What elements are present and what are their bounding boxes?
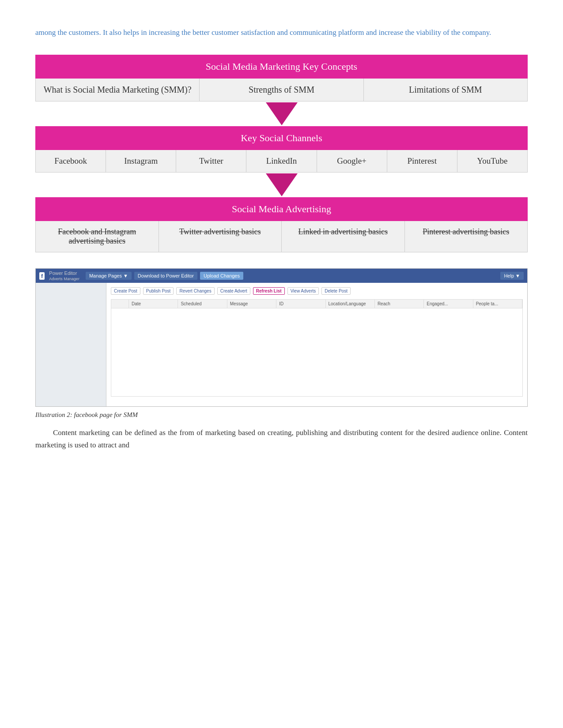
channel-facebook: Facebook (36, 150, 106, 172)
fb-main-area: Create Post Publish Post Revert Changes … (36, 283, 527, 406)
fb-table-header: Date Scheduled Message ID Location/Langu… (111, 299, 523, 308)
fb-brand-label: Power Editor Adverts Manager (49, 270, 79, 281)
fb-top-bar: f Power Editor Adverts Manager Manage Pa… (36, 269, 527, 283)
smm-cell-what: What is Social Media Marketing (SMM)? (36, 79, 200, 101)
smm-cell-strengths: Strengths of SMM (200, 79, 363, 101)
fb-upload-btn[interactable]: Upload Changes (200, 272, 243, 280)
channel-linkedin: LinkedIn (246, 150, 317, 172)
facebook-screenshot: f Power Editor Adverts Manager Manage Pa… (35, 268, 528, 407)
fb-col-location: Location/Language (326, 300, 375, 308)
arrow-2 (35, 173, 528, 197)
fb-content-area: Create Post Publish Post Revert Changes … (106, 283, 527, 406)
fb-manage-pages-btn[interactable]: Manage Pages ▼ (86, 272, 132, 280)
smm-diagram: Social Media Marketing Key Concepts What… (35, 55, 528, 252)
fb-download-btn[interactable]: Download to Power Editor (134, 272, 197, 280)
fb-col-id: ID (276, 300, 325, 308)
smm-concepts-section: Social Media Marketing Key Concepts What… (35, 55, 528, 101)
smm-cell-limitations: Limitations of SMM (364, 79, 527, 101)
arrow-down-icon-1 (266, 102, 298, 125)
channel-twitter: Twitter (176, 150, 246, 172)
body-paragraph: Content marketing can be defined as the … (35, 427, 528, 451)
fb-refresh-list-btn[interactable]: Refresh List (253, 287, 285, 295)
social-channels-row: Facebook Instagram Twitter LinkedIn Goog… (35, 150, 528, 173)
arrow-down-icon-2 (266, 173, 298, 196)
advertising-row: Facebook and Instagram advertising basic… (35, 221, 528, 252)
fb-col-message: Message (227, 300, 276, 308)
social-channels-section: Key Social Channels Facebook Instagram T… (35, 126, 528, 173)
fb-view-adverts-btn[interactable]: View Adverts (287, 287, 319, 295)
illustration-caption: Illustration 2: facebook page for SMM (35, 411, 528, 419)
facebook-logo-icon: f (39, 272, 45, 280)
channel-pinterest: Pinterest (387, 150, 457, 172)
arrow-1 (35, 101, 528, 126)
adv-pinterest: Pinterest advertising basics (405, 221, 528, 252)
fb-col-reach: Reach (375, 300, 424, 308)
channel-youtube: YouTube (457, 150, 527, 172)
fb-create-post-btn[interactable]: Create Post (111, 287, 140, 295)
fb-delete-post-btn[interactable]: Delete Post (321, 287, 351, 295)
advertising-header: Social Media Advertising (35, 197, 528, 221)
fb-col-scheduled: Scheduled (178, 300, 227, 308)
fb-sidebar (36, 283, 106, 406)
smm-concepts-header: Social Media Marketing Key Concepts (35, 55, 528, 79)
fb-col-date: Date (129, 300, 178, 308)
fb-revert-btn[interactable]: Revert Changes (176, 287, 214, 295)
fb-create-advert-btn[interactable]: Create Advert (217, 287, 250, 295)
fb-help-btn[interactable]: Help ▼ (500, 272, 524, 280)
fb-action-bar: Create Post Publish Post Revert Changes … (111, 287, 523, 295)
smm-concepts-row: What is Social Media Marketing (SMM)? St… (35, 79, 528, 101)
channel-instagram: Instagram (106, 150, 176, 172)
fb-col-engaged: Engaged... (424, 300, 473, 308)
adv-linkedin: Linked in advertising basics (282, 221, 405, 252)
fb-col-check (111, 300, 129, 308)
intro-paragraph: among the customers. It also helps in in… (35, 26, 528, 39)
social-channels-header: Key Social Channels (35, 126, 528, 150)
advertising-section: Social Media Advertising Facebook and In… (35, 197, 528, 252)
channel-google: Google+ (317, 150, 387, 172)
fb-table-body (111, 308, 523, 397)
adv-twitter: Twitter advertising basics (159, 221, 282, 252)
fb-publish-post-btn[interactable]: Publish Post (143, 287, 174, 295)
fb-col-people: People ta... (473, 300, 522, 308)
adv-facebook: Facebook and Instagram advertising basic… (36, 221, 159, 252)
